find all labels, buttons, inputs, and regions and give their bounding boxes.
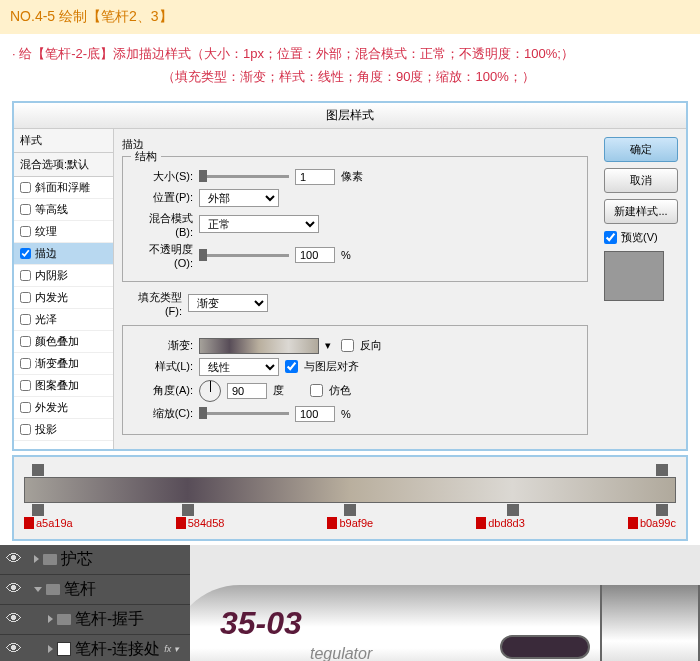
style-item-内阴影[interactable]: 内阴影 [14,265,113,287]
stop-hex: 584d58 [176,517,225,529]
style-check[interactable] [20,358,31,369]
dither-check[interactable] [310,384,323,397]
style-check[interactable] [20,292,31,303]
layer-name: 护芯 [61,549,93,570]
scale-input[interactable] [295,406,335,422]
opacity-stop[interactable] [32,464,44,476]
style-item-描边[interactable]: 描边 [14,243,113,265]
scale-slider[interactable] [199,412,289,415]
layer-name: 笔杆-连接处 [75,639,160,660]
angle-input[interactable] [227,383,267,399]
stop-hex: b0a99c [628,517,676,529]
fill-type-select[interactable]: 渐变 [188,294,268,312]
style-check[interactable] [20,380,31,391]
gradient-bar[interactable] [24,477,676,503]
dialog-title: 图层样式 [14,103,686,129]
size-input[interactable] [295,169,335,185]
color-stop[interactable] [507,504,519,516]
preview-check[interactable] [604,231,617,244]
style-check[interactable] [20,270,31,281]
pen-window [500,635,590,659]
visibility-icon[interactable]: 👁 [2,580,26,598]
ok-button[interactable]: 确定 [604,137,678,162]
panel-title: 描边 [122,137,588,152]
styles-list: 样式 混合选项:默认 斜面和浮雕等高线纹理描边内阴影内发光光泽颜色叠加渐变叠加图… [14,129,114,449]
style-check[interactable] [20,182,31,193]
step-header: NO.4-5 绘制【笔杆2、3】 [0,0,700,34]
size-slider[interactable] [199,175,289,178]
style-check[interactable] [20,336,31,347]
style-item-内发光[interactable]: 内发光 [14,287,113,309]
pen-brand-text: tegulator [310,645,372,661]
style-check[interactable] [20,226,31,237]
style-item-外发光[interactable]: 外发光 [14,397,113,419]
lock-icon [24,517,34,529]
blend-options[interactable]: 混合选项:默认 [14,153,113,177]
position-select[interactable]: 外部 [199,189,279,207]
style-item-颜色叠加[interactable]: 颜色叠加 [14,331,113,353]
styles-header[interactable]: 样式 [14,129,113,153]
stroke-panel: 描边 结构 大小(S):像素 位置(P):外部 混合模式(B):正常 不透明度(… [114,129,596,449]
disclosure-icon[interactable] [48,645,53,653]
visibility-icon[interactable]: 👁 [2,640,26,658]
color-stop[interactable] [344,504,356,516]
pen-model-text: 35-03 [220,605,302,642]
lock-icon [476,517,486,529]
visibility-icon[interactable]: 👁 [2,550,26,568]
visibility-icon[interactable]: 👁 [2,610,26,628]
opacity-input[interactable] [295,247,335,263]
folder-icon [43,554,57,565]
note-line-2: （填充类型：渐变；样式：线性；角度：90度；缩放：100%；） [12,65,688,88]
style-check[interactable] [20,248,31,259]
notes: · 给【笔杆-2-底】添加描边样式（大小：1px；位置：外部；混合模式：正常；不… [0,34,700,97]
lock-icon [176,517,186,529]
style-item-光泽[interactable]: 光泽 [14,309,113,331]
style-item-渐变叠加[interactable]: 渐变叠加 [14,353,113,375]
opacity-slider[interactable] [199,254,289,257]
note-line-1: · 给【笔杆-2-底】添加描边样式（大小：1px；位置：外部；混合模式：正常；不… [12,42,688,65]
style-check[interactable] [20,402,31,413]
style-check[interactable] [20,314,31,325]
layer-name: 笔杆-握手 [75,609,144,630]
color-stop[interactable] [656,504,668,516]
lock-icon [327,517,337,529]
structure-legend: 结构 [131,149,161,164]
layers-panel: 👁护芯👁笔杆👁笔杆-握手👁笔杆-连接处fx ▾👁笔夹-上👁笔夹-下👁笔杆-1👁笔… [0,545,190,661]
stop-hex: dbd8d3 [476,517,525,529]
grad-style-select[interactable]: 线性 [199,358,279,376]
fx-badge: fx ▾ [164,644,185,654]
color-stop[interactable] [32,504,44,516]
style-check[interactable] [20,424,31,435]
gradient-swatch[interactable] [199,338,319,354]
disclosure-icon[interactable] [34,555,39,563]
opacity-stop[interactable] [656,464,668,476]
preview-swatch [604,251,664,301]
layer-row[interactable]: 👁护芯 [0,545,190,575]
button-panel: 确定 取消 新建样式... 预览(V) [596,129,686,449]
style-item-图案叠加[interactable]: 图案叠加 [14,375,113,397]
stop-hex: b9af9e [327,517,373,529]
disclosure-icon[interactable] [34,587,42,592]
style-item-等高线[interactable]: 等高线 [14,199,113,221]
layer-style-dialog: 图层样式 样式 混合选项:默认 斜面和浮雕等高线纹理描边内阴影内发光光泽颜色叠加… [12,101,688,451]
lock-icon [628,517,638,529]
new-style-button[interactable]: 新建样式... [604,199,678,224]
disclosure-icon[interactable] [48,615,53,623]
style-item-投影[interactable]: 投影 [14,419,113,441]
style-item-纹理[interactable]: 纹理 [14,221,113,243]
reverse-check[interactable] [341,339,354,352]
color-stop[interactable] [182,504,194,516]
layer-row[interactable]: 👁笔杆-握手 [0,605,190,635]
style-check[interactable] [20,204,31,215]
layer-row[interactable]: 👁笔杆 [0,575,190,605]
stop-hex: a5a19a [24,517,73,529]
canvas-preview: 35-03 tegulator PS爱好者 [190,545,700,661]
align-check[interactable] [285,360,298,373]
blend-select[interactable]: 正常 [199,215,319,233]
layer-row[interactable]: 👁笔杆-连接处fx ▾ [0,635,190,661]
style-item-斜面和浮雕[interactable]: 斜面和浮雕 [14,177,113,199]
angle-dial[interactable] [199,380,221,402]
folder-icon [57,614,71,625]
gradient-editor: a5a19a584d58b9af9edbd8d3b0a99c [12,455,688,541]
cancel-button[interactable]: 取消 [604,168,678,193]
